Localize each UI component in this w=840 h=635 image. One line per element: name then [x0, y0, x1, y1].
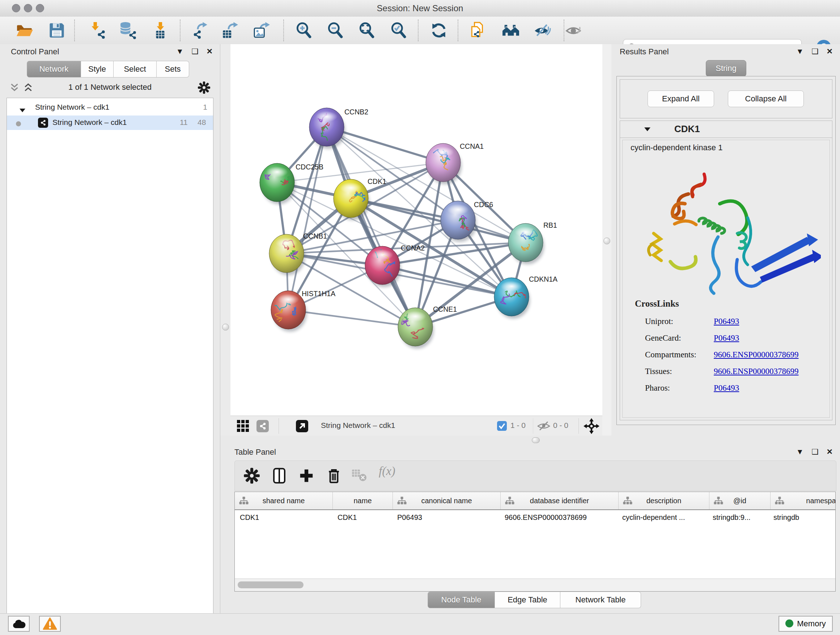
zoom-selected-button[interactable] — [390, 22, 407, 39]
tab-edge-table[interactable]: Edge Table — [495, 592, 561, 608]
panel-menu-icon[interactable]: ▼ — [176, 47, 184, 55]
crosslink-link[interactable]: P06493 — [714, 317, 739, 326]
node-CCNA1[interactable]: CCNA1 — [426, 142, 484, 184]
node-CDC6[interactable]: CDC6 — [441, 201, 493, 242]
tab-network-table[interactable]: Network Table — [561, 592, 641, 608]
add-column-button[interactable] — [298, 467, 315, 484]
home-button[interactable] — [502, 22, 519, 39]
node-CCNB1[interactable]: CCNB1 — [269, 232, 327, 275]
network-row[interactable]: String Network – cdk1 11 48 — [7, 116, 213, 130]
cloud-button[interactable] — [8, 616, 30, 632]
open-in-window-icon[interactable] — [296, 420, 308, 432]
right-splitter[interactable] — [602, 44, 611, 435]
column-header-description[interactable]: description — [619, 492, 709, 509]
expand-all-button[interactable]: Expand All — [647, 90, 714, 107]
export-network-button[interactable] — [191, 22, 208, 39]
panel-float-icon[interactable]: ❑ — [812, 448, 819, 456]
open-session-button[interactable] — [16, 22, 33, 39]
hidden-eye-icon[interactable] — [537, 421, 550, 432]
crosslink-link[interactable]: 9606.ENSP00000378699 — [714, 350, 799, 359]
show-graphics-details-button[interactable] — [565, 22, 583, 39]
warnings-button[interactable] — [39, 616, 61, 632]
import-network-from-database-button[interactable] — [120, 22, 137, 39]
tab-string[interactable]: String — [706, 60, 746, 77]
panel-close-icon[interactable]: ✕ — [826, 47, 833, 55]
collapse-icon[interactable] — [19, 106, 26, 110]
node-table[interactable]: shared namenamecanonical namedatabase id… — [234, 492, 836, 592]
crosslink-link[interactable]: P06493 — [714, 333, 739, 343]
panel-close-icon[interactable]: ✕ — [206, 47, 213, 55]
function-builder-button[interactable]: f(x) — [379, 464, 395, 478]
column-header-database-identifier[interactable]: database identifier — [501, 492, 619, 509]
crosslink-link[interactable]: P06493 — [714, 383, 739, 393]
delete-table-button[interactable] — [351, 467, 368, 484]
birds-eye-view-icon[interactable] — [237, 420, 249, 432]
horizontal-splitter-grip[interactable] — [532, 437, 540, 443]
node-CCNB2[interactable]: CCNB2 — [309, 108, 368, 149]
save-session-button[interactable] — [48, 22, 65, 39]
panel-close-icon[interactable]: ✕ — [826, 448, 833, 456]
table-cell[interactable]: 9606.ENSP00000378699 — [500, 509, 617, 525]
import-table-button[interactable] — [152, 22, 170, 39]
column-header-shared-name[interactable]: shared name — [235, 492, 333, 509]
table-cell[interactable]: CDK1 — [235, 509, 332, 525]
table-cell[interactable]: stringdb:9... — [707, 509, 768, 525]
collapse-icon[interactable] — [644, 127, 651, 131]
table-settings-button[interactable] — [243, 467, 260, 484]
table-cell[interactable]: P06493 — [392, 509, 500, 525]
panel-menu-icon[interactable]: ▼ — [796, 448, 804, 456]
table-cell[interactable]: cyclin-dependent ... — [617, 509, 707, 525]
right-splitter-grip[interactable] — [603, 238, 610, 244]
left-splitter-grip[interactable] — [222, 324, 229, 331]
refresh-button[interactable] — [430, 22, 447, 39]
table-row[interactable]: CDK1CDK1P064939606.ENSP00000378699cyclin… — [235, 509, 836, 525]
column-header--id[interactable]: @id — [709, 492, 771, 509]
move-crosshair-icon[interactable] — [584, 418, 600, 434]
node-HIST1H1A[interactable]: HIST1H1A — [271, 290, 335, 332]
collapse-all-button[interactable]: Collapse All — [728, 90, 804, 107]
gene-header-row[interactable]: CDK1 — [620, 121, 832, 138]
network-overview-icon[interactable] — [256, 420, 269, 432]
column-header-canonical-name[interactable]: canonical name — [393, 492, 501, 509]
zoom-fit-button[interactable] — [358, 22, 376, 39]
network-row-label: String Network – cdk1 — [52, 118, 126, 127]
panel-float-icon[interactable]: ❑ — [812, 47, 819, 55]
table-cell[interactable]: stringdb — [768, 509, 836, 525]
gear-icon[interactable] — [197, 81, 210, 94]
node-CDKN1A[interactable]: CDKN1A — [494, 275, 557, 318]
panel-float-icon[interactable]: ❑ — [192, 47, 199, 55]
export-image-button[interactable] — [253, 22, 270, 39]
duplicate-network-button[interactable] — [470, 22, 487, 39]
selected-checkbox-icon[interactable] — [497, 421, 507, 431]
crosslink-link[interactable]: 9606.ENSP00000378699 — [714, 367, 799, 376]
left-splitter[interactable] — [220, 44, 231, 435]
panel-menu-icon[interactable]: ▼ — [796, 47, 804, 55]
zoom-in-button[interactable] — [295, 22, 313, 39]
horizontal-splitter[interactable] — [231, 435, 840, 446]
table-cell[interactable]: CDK1 — [332, 509, 392, 525]
memory-button[interactable]: Memory — [778, 616, 833, 632]
network-collection-row[interactable]: String Network – cdk1 1 — [7, 101, 213, 116]
network-canvas[interactable]: CCNB2 CCNA1 CDC25B CDK1 CDC6 RB1 CCNB1 — [231, 44, 602, 416]
column-header-name[interactable]: name — [333, 492, 393, 509]
tab-sets[interactable]: Sets — [156, 61, 189, 78]
import-network-button[interactable] — [89, 22, 106, 39]
edge-CCNB2-HIST1H1A[interactable] — [288, 127, 327, 310]
edge-HIST1H1A-CCNE1[interactable] — [288, 310, 415, 327]
scrollbar-thumb[interactable] — [238, 581, 303, 588]
crosslinks-heading: CrossLinks — [635, 299, 679, 309]
zoom-out-button[interactable] — [327, 22, 344, 39]
delete-column-button[interactable] — [325, 467, 342, 484]
node-RB1[interactable]: RB1 — [508, 221, 557, 264]
tab-network[interactable]: Network — [27, 61, 81, 78]
column-header-namespace[interactable]: namespace — [771, 492, 836, 509]
tab-select[interactable]: Select — [114, 61, 156, 78]
hide-graphics-details-button[interactable] — [534, 22, 551, 39]
tab-style[interactable]: Style — [81, 61, 114, 78]
node-CCNE1[interactable]: CCNE1 — [398, 305, 457, 348]
tab-node-table[interactable]: Node Table — [428, 592, 495, 608]
table-horizontal-scrollbar[interactable] — [235, 578, 835, 591]
edge-CCNB2-CCNE1[interactable] — [327, 127, 415, 327]
export-table-button[interactable] — [221, 22, 238, 39]
show-columns-button[interactable] — [271, 467, 287, 484]
